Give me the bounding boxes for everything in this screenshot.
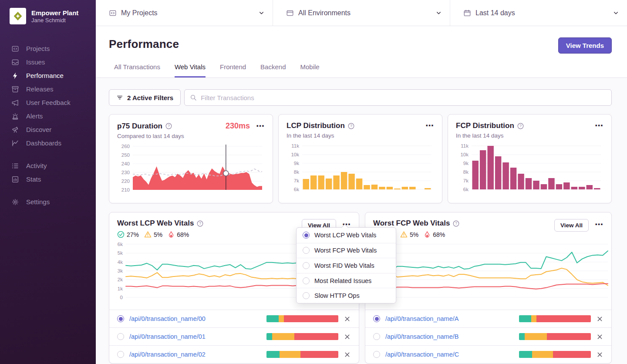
- sidebar-item-user-feedback[interactable]: User Feedback: [0, 96, 96, 109]
- svg-text:6k: 6k: [463, 187, 469, 192]
- svg-text:220: 220: [121, 179, 130, 184]
- project-selector[interactable]: My Projects: [96, 0, 273, 26]
- calendar-icon: [463, 9, 471, 17]
- transaction-radio[interactable]: [373, 351, 380, 358]
- close-icon[interactable]: [596, 351, 603, 358]
- gear-icon: [11, 198, 19, 206]
- transaction-link[interactable]: /api/0/transaction_name/A: [385, 315, 514, 322]
- transaction-link[interactable]: /api/0/transaction_name/01: [129, 333, 261, 340]
- card-title: Worst FCP Web Vitals: [373, 219, 450, 228]
- chevron-down-icon: [435, 10, 442, 16]
- diamond-logo-icon: [12, 10, 24, 22]
- card-menu-button[interactable]: ⋯: [256, 124, 265, 128]
- sidebar: Empower Plant Jane Schmidt Projects Issu…: [0, 0, 96, 364]
- meh-badge: 5%: [144, 231, 162, 238]
- megaphone-icon: [11, 99, 19, 107]
- transaction-link[interactable]: /api/0/transaction_name/C: [385, 351, 514, 358]
- lcp-distribution-card: LCP Distribution ? ⋯ In the last 14 days…: [278, 114, 442, 203]
- menu-option-label: Slow HTTP Ops: [314, 292, 360, 299]
- transaction-row: /api/0/transaction_name/00: [109, 310, 359, 327]
- transaction-radio[interactable]: [117, 333, 124, 340]
- search-input[interactable]: [201, 94, 606, 101]
- close-icon[interactable]: [344, 315, 351, 323]
- transaction-radio[interactable]: [373, 333, 380, 340]
- transaction-link[interactable]: /api/0/transaction_name/B: [385, 333, 514, 340]
- tab-web-vitals[interactable]: Web Vitals: [175, 63, 206, 78]
- p75-value: 230ms: [226, 121, 250, 131]
- help-icon[interactable]: ?: [197, 220, 203, 227]
- org-brand[interactable]: Empower Plant Jane Schmidt: [0, 0, 96, 29]
- transaction-link[interactable]: /api/0/transaction_name/00: [129, 315, 261, 322]
- page-header: Performance View Trends All Transactions…: [96, 26, 627, 78]
- menu-option-worst-fcp[interactable]: Worst FCP Web Vitals: [297, 243, 396, 258]
- sidebar-item-dashboards[interactable]: Dashboards: [0, 136, 96, 150]
- active-filters-button[interactable]: 2 Active Filters: [109, 89, 181, 106]
- date-range-selector[interactable]: Last 14 days: [450, 0, 627, 26]
- transaction-radio[interactable]: [117, 315, 124, 322]
- poor-badge-value: 68%: [433, 231, 445, 238]
- radio-icon: [303, 277, 310, 284]
- sidebar-item-performance[interactable]: Performance: [0, 69, 96, 82]
- releases-icon: [11, 85, 19, 93]
- sidebar-item-stats[interactable]: Stats: [0, 172, 96, 186]
- sidebar-item-activity[interactable]: Activity: [0, 159, 96, 172]
- card-title: Worst LCP Web Vitals: [117, 219, 194, 228]
- vitals-breakdown-bar: [266, 351, 338, 358]
- view-all-button[interactable]: View All: [554, 219, 589, 232]
- sidebar-item-settings[interactable]: Settings: [0, 195, 96, 209]
- sidebar-item-label: Releases: [26, 85, 54, 93]
- sidebar-item-projects[interactable]: Projects: [0, 42, 96, 55]
- menu-option-worst-fid[interactable]: Worst FID Web Vitals: [297, 258, 396, 273]
- sidebar-item-discover[interactable]: Discover: [0, 123, 96, 136]
- tab-backend[interactable]: Backend: [260, 63, 286, 78]
- menu-option-worst-lcp[interactable]: Worst LCP Web Vitals: [297, 228, 396, 243]
- svg-text:230: 230: [121, 170, 130, 175]
- sidebar-item-issues[interactable]: Issues: [0, 55, 96, 69]
- help-icon[interactable]: ?: [348, 123, 354, 129]
- transaction-radio[interactable]: [373, 315, 380, 322]
- card-menu-button[interactable]: ⋯: [425, 124, 434, 128]
- tab-mobile[interactable]: Mobile: [300, 63, 319, 78]
- close-icon[interactable]: [596, 315, 603, 323]
- global-selection-bar: My Projects All Environments Last 14 day…: [96, 0, 627, 26]
- page-title: Performance: [109, 37, 179, 51]
- help-icon[interactable]: ?: [453, 220, 459, 227]
- sidebar-item-label: Stats: [26, 175, 41, 183]
- bar-chart-icon: [11, 175, 19, 183]
- transaction-row: /api/0/transaction_name/01: [109, 327, 359, 345]
- transaction-link[interactable]: /api/0/transaction_name/02: [129, 351, 261, 358]
- card-menu-button[interactable]: ⋯: [595, 124, 603, 128]
- svg-text:2k: 2k: [118, 277, 123, 282]
- fcp-distribution-card: FCP Distribution ? ⋯ In the last 14 days…: [448, 114, 612, 203]
- project-selector-value: My Projects: [121, 9, 254, 17]
- sidebar-nav: Projects Issues Performance Releases Use…: [0, 42, 96, 209]
- svg-text:9k: 9k: [294, 161, 299, 166]
- card-subtitle: In the last 14 days: [287, 132, 434, 139]
- active-filters-label: 2 Active Filters: [127, 94, 173, 101]
- chevron-down-icon: [613, 10, 619, 16]
- view-trends-button[interactable]: View Trends: [558, 37, 612, 54]
- sidebar-item-releases[interactable]: Releases: [0, 82, 96, 96]
- list-icon: [11, 162, 19, 170]
- svg-text:10k: 10k: [460, 152, 469, 157]
- help-icon[interactable]: ?: [517, 123, 524, 129]
- help-icon[interactable]: ?: [165, 123, 172, 129]
- close-icon[interactable]: [596, 333, 603, 340]
- transaction-radio[interactable]: [117, 351, 124, 358]
- menu-option-related-issues[interactable]: Most Related Issues: [297, 273, 396, 288]
- close-icon[interactable]: [344, 351, 351, 358]
- svg-text:6k: 6k: [294, 187, 299, 192]
- tab-all-transactions[interactable]: All Transactions: [114, 63, 160, 78]
- card-menu-button[interactable]: ⋯: [595, 222, 603, 227]
- fcp-distribution-chart: 6k7k8k9k10k11k: [456, 143, 603, 195]
- svg-text:?: ?: [168, 124, 170, 128]
- sidebar-item-label: Issues: [26, 58, 45, 66]
- lcp-distribution-chart: 6k7k8k9k10k11k: [287, 143, 434, 195]
- close-icon[interactable]: [344, 333, 351, 340]
- sidebar-item-alerts[interactable]: Alerts: [0, 109, 96, 123]
- environment-selector[interactable]: All Environments: [273, 0, 450, 26]
- svg-text:0: 0: [120, 295, 123, 300]
- telescope-icon: [11, 126, 19, 134]
- tab-frontend[interactable]: Frontend: [220, 63, 246, 78]
- menu-option-slow-http[interactable]: Slow HTTP Ops: [297, 288, 396, 303]
